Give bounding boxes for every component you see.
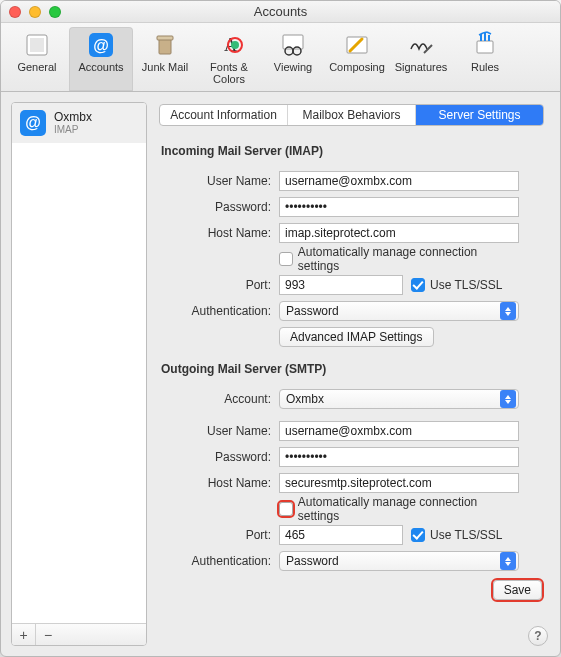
signature-icon: [404, 31, 438, 59]
close-window-button[interactable]: [9, 6, 21, 18]
incoming-port-label: Port:: [161, 278, 271, 292]
svg-rect-9: [283, 35, 303, 49]
svg-point-8: [231, 41, 239, 49]
incoming-auth-label: Authentication:: [161, 304, 271, 318]
svg-rect-1: [30, 38, 44, 52]
incoming-hostname-input[interactable]: [279, 223, 519, 243]
accounts-list: @ Oxmbx IMAP: [12, 103, 146, 623]
incoming-auto-manage-label: Automatically manage connection settings: [298, 245, 519, 273]
account-protocol: IMAP: [54, 124, 92, 135]
toolbar-item-signatures[interactable]: Signatures: [389, 27, 453, 91]
incoming-password-label: Password:: [161, 200, 271, 214]
svg-rect-4: [159, 39, 171, 54]
incoming-hostname-label: Host Name:: [161, 226, 271, 240]
outgoing-username-label: User Name:: [161, 424, 271, 438]
toolbar-item-viewing[interactable]: Viewing: [261, 27, 325, 91]
at-icon: @: [84, 31, 118, 59]
tab-server-settings[interactable]: Server Settings: [416, 105, 543, 125]
tab-account-information[interactable]: Account Information: [160, 105, 288, 125]
checkbox-icon: [279, 502, 293, 516]
advanced-imap-settings-button[interactable]: Advanced IMAP Settings: [279, 327, 434, 347]
toolbar-label: Viewing: [274, 61, 312, 73]
outgoing-hostname-input[interactable]: [279, 473, 519, 493]
account-name: Oxmbx: [54, 111, 92, 124]
toolbar-item-composing[interactable]: Composing: [325, 27, 389, 91]
checkbox-icon: [279, 252, 293, 266]
checkbox-icon: [411, 528, 425, 542]
outgoing-auto-manage-checkbox[interactable]: Automatically manage connection settings: [279, 495, 519, 523]
window-title: Accounts: [1, 4, 560, 19]
outgoing-password-label: Password:: [161, 450, 271, 464]
glasses-icon: [276, 31, 310, 59]
compose-icon: [340, 31, 374, 59]
checkbox-icon: [411, 278, 425, 292]
outgoing-account-value: Oxmbx: [286, 392, 324, 406]
outgoing-section-title: Outgoing Mail Server (SMTP): [161, 362, 544, 376]
incoming-port-input[interactable]: [279, 275, 403, 295]
toolbar-label: Signatures: [395, 61, 448, 73]
outgoing-auto-manage-label: Automatically manage connection settings: [298, 495, 519, 523]
toolbar-label: Composing: [329, 61, 385, 73]
toolbar-label: Fonts & Colors: [210, 61, 248, 85]
rules-icon: [468, 31, 502, 59]
outgoing-auth-value: Password: [286, 554, 339, 568]
svg-rect-15: [477, 41, 493, 53]
at-icon: @: [20, 110, 46, 136]
preferences-window: Accounts General @ Accounts Junk Mail A …: [0, 0, 561, 657]
toolbar-label: Accounts: [78, 61, 123, 73]
outgoing-account-label: Account:: [161, 392, 271, 406]
account-item[interactable]: @ Oxmbx IMAP: [12, 103, 146, 143]
outgoing-auth-label: Authentication:: [161, 554, 271, 568]
general-icon: [20, 31, 54, 59]
outgoing-port-label: Port:: [161, 528, 271, 542]
tab-bar: Account Information Mailbox Behaviors Se…: [159, 104, 544, 126]
incoming-auth-value: Password: [286, 304, 339, 318]
fonts-colors-icon: A: [212, 31, 246, 59]
svg-text:@: @: [93, 37, 109, 54]
toolbar-label: Junk Mail: [142, 61, 188, 73]
incoming-password-input[interactable]: [279, 197, 519, 217]
window-controls: [9, 6, 61, 18]
preferences-toolbar: General @ Accounts Junk Mail A Fonts & C…: [1, 23, 560, 92]
save-button[interactable]: Save: [493, 580, 542, 600]
sidebar-footer: + −: [12, 623, 146, 645]
incoming-tls-label: Use TLS/SSL: [430, 278, 502, 292]
outgoing-tls-label: Use TLS/SSL: [430, 528, 502, 542]
chevron-updown-icon: [500, 390, 516, 408]
outgoing-tls-checkbox[interactable]: Use TLS/SSL: [411, 528, 502, 542]
chevron-updown-icon: [500, 552, 516, 570]
zoom-window-button[interactable]: [49, 6, 61, 18]
svg-rect-5: [157, 36, 173, 40]
outgoing-username-input[interactable]: [279, 421, 519, 441]
incoming-username-label: User Name:: [161, 174, 271, 188]
outgoing-port-input[interactable]: [279, 525, 403, 545]
incoming-username-input[interactable]: [279, 171, 519, 191]
incoming-auth-popup[interactable]: Password: [279, 301, 519, 321]
toolbar-item-rules[interactable]: Rules: [453, 27, 517, 91]
toolbar-item-junk-mail[interactable]: Junk Mail: [133, 27, 197, 91]
trash-icon: [148, 31, 182, 59]
chevron-updown-icon: [500, 302, 516, 320]
outgoing-account-popup[interactable]: Oxmbx: [279, 389, 519, 409]
remove-account-button[interactable]: −: [36, 624, 60, 645]
toolbar-label: Rules: [471, 61, 499, 73]
settings-panel: Account Information Mailbox Behaviors Se…: [157, 102, 550, 646]
toolbar-item-fonts-colors[interactable]: A Fonts & Colors: [197, 27, 261, 91]
accounts-sidebar: @ Oxmbx IMAP + −: [11, 102, 147, 646]
toolbar-item-accounts[interactable]: @ Accounts: [69, 27, 133, 91]
outgoing-password-input[interactable]: [279, 447, 519, 467]
add-account-button[interactable]: +: [12, 624, 36, 645]
help-button[interactable]: ?: [528, 626, 548, 646]
toolbar-label: General: [17, 61, 56, 73]
titlebar: Accounts: [1, 1, 560, 23]
tab-mailbox-behaviors[interactable]: Mailbox Behaviors: [288, 105, 416, 125]
incoming-tls-checkbox[interactable]: Use TLS/SSL: [411, 278, 502, 292]
outgoing-auth-popup[interactable]: Password: [279, 551, 519, 571]
minimize-window-button[interactable]: [29, 6, 41, 18]
incoming-section-title: Incoming Mail Server (IMAP): [161, 144, 544, 158]
toolbar-item-general[interactable]: General: [5, 27, 69, 91]
incoming-auto-manage-checkbox[interactable]: Automatically manage connection settings: [279, 245, 519, 273]
incoming-form: User Name: Password: Host Name:: [161, 170, 544, 348]
outgoing-hostname-label: Host Name:: [161, 476, 271, 490]
outgoing-form: Account: Oxmbx User Name: Password:: [161, 388, 544, 600]
